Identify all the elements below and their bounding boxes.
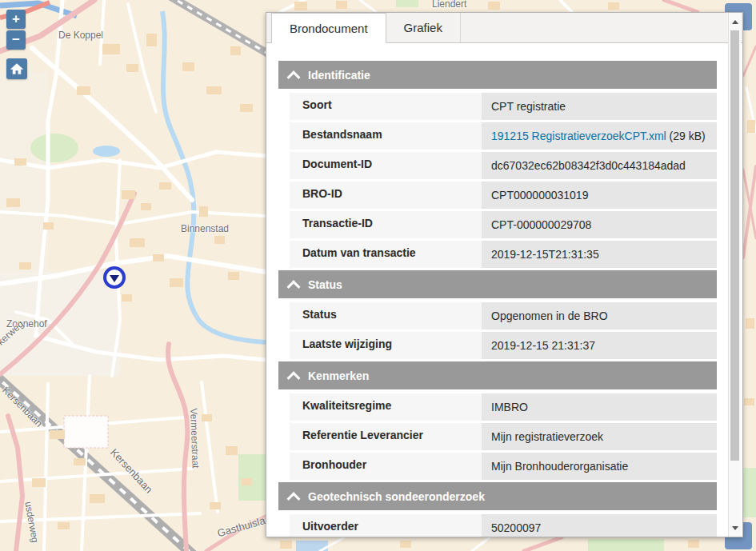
section-title: Status: [308, 278, 342, 291]
row-value: IMBRO: [482, 393, 717, 421]
chevron-up-icon: [287, 492, 301, 505]
section-header[interactable]: Status: [278, 270, 717, 298]
row-value: 2019-12-15T21:31:35: [482, 241, 717, 268]
panel-content: IdentificatieSoortCPT registratieBestand…: [266, 43, 726, 537]
row-value: CPT000000031019: [482, 182, 717, 209]
chevron-up-icon: [287, 371, 301, 385]
tab-brondocument-label: Brondocument: [290, 22, 368, 35]
row-label: Document-ID: [290, 152, 482, 179]
tab-grafiek-label: Grafiek: [404, 21, 442, 34]
table-row: Transactie-IDCPT-000000029708: [290, 211, 717, 238]
row-value: 2019-12-15 21:31:37: [482, 332, 717, 359]
scroll-up-icon: [732, 20, 738, 24]
tab-grafiek[interactable]: Grafiek: [386, 13, 461, 42]
section: StatusStatusOpgenomen in de BROLaatste w…: [278, 270, 717, 359]
section: IdentificatieSoortCPT registratieBestand…: [278, 61, 717, 268]
row-label: Bestandsnaam: [290, 122, 482, 150]
marker-triangle-icon: [110, 275, 119, 282]
file-download-link[interactable]: 191215 RegistratieverzoekCPT.xml: [491, 130, 666, 142]
row-label: Soort: [290, 93, 482, 120]
home-icon: [10, 62, 24, 76]
row-label: Uitvoerder: [290, 514, 482, 537]
row-value: dc67032ec62b08342f3d0c443184adad: [482, 152, 717, 179]
table-row: Bestandsnaam191215 RegistratieverzoekCPT…: [290, 122, 717, 150]
zoom-out-button[interactable]: −: [6, 30, 26, 50]
table-row: Laatste wijziging2019-12-15 21:31:37: [290, 332, 717, 359]
row-value: Mijn registratieverzoek: [482, 423, 717, 450]
row-label: Datum van transactie: [290, 241, 482, 268]
table-row: Document-IDdc67032ec62b08342f3d0c443184a…: [290, 152, 717, 179]
chevron-up-icon: [287, 280, 301, 293]
tab-bar: Brondocument Grafiek: [266, 13, 742, 43]
row-label: Transactie-ID: [290, 211, 482, 238]
row-value: CPT registratie: [482, 93, 717, 120]
row-value: 191215 RegistratieverzoekCPT.xml (29 kB): [482, 122, 717, 150]
tab-brondocument[interactable]: Brondocument: [271, 13, 386, 43]
section-title: Geotechnisch sondeeronderzoek: [308, 490, 485, 503]
cpt-location-marker[interactable]: [103, 266, 126, 289]
detail-panel: Brondocument Grafiek IdentificatieSoortC…: [266, 12, 743, 537]
row-label: Status: [290, 302, 482, 329]
table-row: KwaliteitsregimeIMBRO: [290, 393, 717, 421]
section: KenmerkenKwaliteitsregimeIMBROReferentie…: [278, 361, 717, 480]
table-row: SoortCPT registratie: [290, 93, 717, 120]
section-title: Identificatie: [308, 69, 370, 82]
section: Geotechnisch sondeeronderzoekUitvoerder5…: [278, 482, 717, 537]
table-row: BRO-IDCPT000000031019: [290, 182, 717, 209]
table-row: Uitvoerder50200097: [290, 514, 717, 537]
row-label: Bronhouder: [290, 453, 482, 480]
row-label: Referentie Leverancier: [290, 423, 482, 450]
home-button[interactable]: [6, 58, 27, 79]
row-value: Mijn Bronhouderorganisatie: [482, 453, 717, 480]
scrollbar-up-button[interactable]: [729, 15, 741, 28]
row-label: Laatste wijziging: [290, 332, 482, 359]
scroll-down-icon: [732, 526, 738, 530]
section-header[interactable]: Geotechnisch sondeeronderzoek: [278, 482, 717, 510]
row-value: Opgenomen in de BRO: [482, 302, 717, 329]
section-title: Kenmerken: [308, 369, 369, 382]
table-row: BronhouderMijn Bronhouderorganisatie: [290, 453, 717, 480]
table-row: StatusOpgenomen in de BRO: [290, 302, 717, 329]
panel-sections: IdentificatieSoortCPT registratieBestand…: [278, 61, 726, 537]
row-value: CPT-000000029708: [482, 211, 717, 238]
chevron-up-icon: [287, 70, 301, 84]
zoom-in-button[interactable]: +: [6, 10, 26, 29]
minus-icon: −: [12, 32, 20, 48]
scrollbar-thumb[interactable]: [730, 30, 739, 461]
row-label: BRO-ID: [290, 182, 482, 209]
row-label: Kwaliteitsregime: [290, 393, 482, 421]
table-row: Referentie LeverancierMijn registratieve…: [290, 423, 717, 450]
scrollbar-down-button[interactable]: [729, 521, 741, 534]
panel-scrollbar[interactable]: [728, 13, 741, 537]
plus-icon: +: [12, 11, 20, 27]
section-header[interactable]: Kenmerken: [278, 361, 717, 389]
file-size-text: (29 kB): [666, 130, 706, 142]
table-row: Datum van transactie2019-12-15T21:31:35: [290, 241, 717, 268]
row-value: 50200097: [482, 514, 717, 537]
section-header[interactable]: Identificatie: [278, 61, 717, 89]
